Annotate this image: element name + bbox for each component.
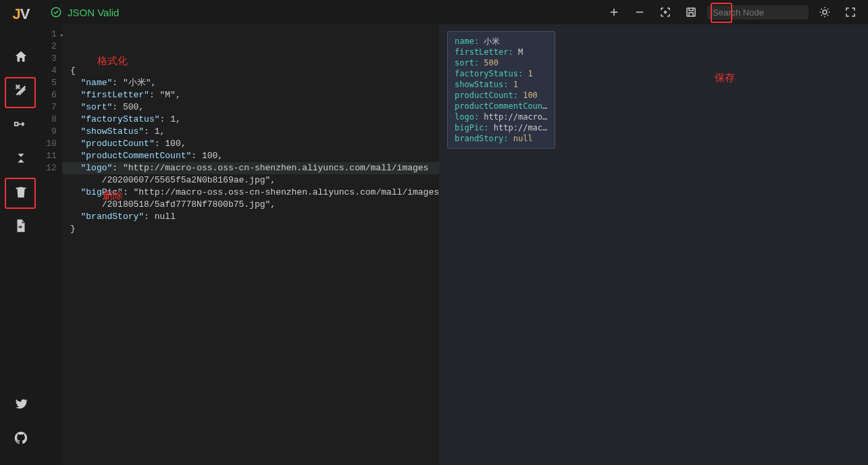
collapse-icon[interactable] [7,145,34,172]
flow-icon[interactable] [7,111,34,138]
theme-button[interactable] [815,3,834,22]
line-gutter: 1▾23456789101112 [42,24,62,465]
zoom-out-button[interactable] [630,3,649,22]
sidebar: JV [0,0,42,465]
check-circle-icon [50,6,62,18]
home-icon[interactable] [7,43,34,70]
node-field: showStatus: 1 [455,79,548,90]
svg-rect-0 [15,122,18,126]
search-input[interactable] [713,7,826,18]
app-logo: JV [13,5,30,23]
search-box[interactable] [707,5,809,20]
import-icon[interactable] [7,212,34,239]
format-icon[interactable] [7,77,34,104]
center-button[interactable] [656,3,675,22]
node-field: factoryStatus: 1 [455,68,548,79]
json-status: JSON Valid [50,6,119,18]
svg-point-1 [51,7,61,17]
topbar: JSON Valid [42,0,868,24]
zoom-in-button[interactable] [605,3,623,22]
node-field: firstLetter: M [455,47,548,57]
save-button[interactable] [682,3,700,22]
node-field: brandStory: null [455,133,548,144]
node-field: name: 小米 [455,36,548,47]
twitter-icon[interactable] [7,391,34,418]
node-field: logo: http://macro-oss.… [455,112,548,122]
node-field: productCount: 100 [455,90,548,101]
viewer-pane[interactable]: name: 小米firstLetter: Msort: 500factorySt… [439,24,868,465]
svg-point-2 [665,11,667,14]
fullscreen-button[interactable] [841,3,860,22]
node-field: bigPic: http://macro-os… [455,122,548,133]
node-field: productCommentCount: 100 [455,101,548,112]
node-field: sort: 500 [455,57,548,68]
svg-point-5 [823,10,827,14]
code-area[interactable]: { "name": "小米", "firstLetter": "M", "sor… [62,24,439,465]
github-icon[interactable] [7,424,34,451]
json-node-card[interactable]: name: 小米firstLetter: Msort: 500factorySt… [447,31,555,149]
editor-pane[interactable]: 1▾23456789101112 { "name": "小米", "firstL… [42,24,439,465]
trash-icon[interactable] [7,178,34,205]
content: 1▾23456789101112 { "name": "小米", "firstL… [42,24,868,465]
